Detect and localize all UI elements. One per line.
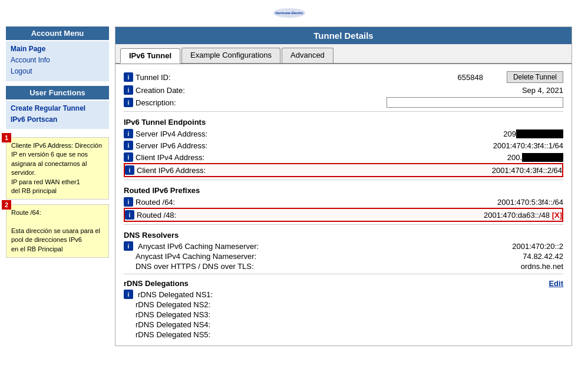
tunnel-id-row: i Tunnel ID: 655848 Delete Tunnel <box>124 70 563 84</box>
server-ipv4-row: i Server IPv4 Address: 209 <box>124 128 563 139</box>
client-ipv4-row: i Client IPv4 Address: 200. <box>124 151 563 163</box>
logout-link[interactable]: Logout <box>11 66 104 77</box>
annotation-2-number: 2 <box>2 200 11 210</box>
client-ipv6-value: 2001:470:4:3f4::2/64 <box>492 166 562 175</box>
server-ipv6-value: 2001:470:4:3f4::1/64 <box>493 141 563 150</box>
rdns-ns3-label: rDNS Delegated NS3: <box>124 310 253 319</box>
description-row: i Description: <box>124 96 563 109</box>
creation-date-row: i Creation Date: Sep 4, 2021 <box>124 84 563 96</box>
annotation-2: 2 Route /64: Esta dirección se usara par… <box>6 204 109 258</box>
server-ipv4-info-icon[interactable]: i <box>124 129 133 138</box>
ipv6-portscan-link[interactable]: IPv6 Portscan <box>11 114 104 125</box>
dns-https-row: DNS over HTTPS / DNS over TLS: ordns.he.… <box>124 261 563 271</box>
rdns-header-row: rDNS Delegations Edit <box>124 277 563 289</box>
site-logo: Hurricane Electric <box>272 4 307 22</box>
dns-https-label: DNS over HTTPS / DNS over TLS: <box>124 262 254 271</box>
tabs-row: IPv6 Tunnel Example Configurations Advan… <box>115 44 572 64</box>
routed-48-label: Routed /48: <box>137 211 255 220</box>
anycast-ipv6-info-icon[interactable]: i <box>124 241 133 251</box>
server-ipv6-label: Server IPv6 Address: <box>136 141 253 150</box>
logo-area: Hurricane Electric <box>0 0 578 26</box>
rdns-ns1-info-icon[interactable]: i <box>124 290 133 299</box>
tunnel-details-header: Tunnel Details <box>115 27 572 44</box>
tunnel-id-value: 655848 <box>458 73 483 82</box>
dns-resolvers-section-title: DNS Resolvers <box>124 227 563 241</box>
annotation-1-text: Cliente IPv6 Address: Dirección IP en ve… <box>11 142 102 194</box>
create-tunnel-link[interactable]: Create Regular Tunnel <box>11 103 104 114</box>
anycast-ipv6-row: i Anycast IPv6 Caching Nameserver: 2001:… <box>124 241 563 251</box>
description-input[interactable] <box>387 97 563 108</box>
tunnel-id-label: Tunnel ID: <box>136 73 253 82</box>
rdns-section-title: rDNS Delegations <box>124 279 189 288</box>
description-info-icon[interactable]: i <box>124 98 133 107</box>
routed-48-row: i Routed /48: 2001:470:da63::/48 [X] <box>124 208 563 222</box>
client-ipv6-label: Client IPv6 Address: <box>137 166 255 175</box>
routed-64-info-icon[interactable]: i <box>124 197 133 207</box>
anycast-ipv4-value: 74.82.42.42 <box>523 252 563 261</box>
ipv6-endpoints-section-title: IPv6 Tunnel Endpoints <box>124 114 563 128</box>
server-ipv4-label: Server IPv4 Address: <box>136 129 253 138</box>
delete-tunnel-button[interactable]: Delete Tunnel <box>507 71 563 83</box>
rdns-ns1-row: i rDNS Delegated NS1: <box>124 289 563 300</box>
rdns-ns2-row: rDNS Delegated NS2: <box>124 300 563 310</box>
main-page-link[interactable]: Main Page <box>11 44 104 55</box>
anycast-ipv4-row: Anycast IPv4 Caching Nameserver: 74.82.4… <box>124 251 563 261</box>
client-ipv6-info-icon[interactable]: i <box>125 165 134 175</box>
routed-48-info-icon[interactable]: i <box>125 210 134 220</box>
creation-date-label: Creation Date: <box>136 86 253 95</box>
anycast-ipv6-label: Anycast IPv6 Caching Nameserver: <box>136 242 265 251</box>
svg-text:Hurricane Electric: Hurricane Electric <box>275 11 303 15</box>
tab-ipv6-tunnel[interactable]: IPv6 Tunnel <box>120 48 180 64</box>
tab-example-configurations[interactable]: Example Configurations <box>181 48 280 63</box>
rdns-ns4-row: rDNS Delegated NS4: <box>124 320 563 330</box>
rdns-ns4-label: rDNS Delegated NS4: <box>124 320 253 329</box>
server-ipv6-info-icon[interactable]: i <box>124 141 133 150</box>
annotation-1: 1 Cliente IPv6 Address: Dirección IP en … <box>6 137 109 200</box>
annotation-2-text: Route /64: Esta dirección se usara para … <box>11 209 100 253</box>
client-ipv6-row: i Client IPv6 Address: 2001:470:4:3f4::2… <box>124 163 563 177</box>
routed-64-row: i Routed /64: 2001:470:5:3f4::/64 <box>124 196 563 208</box>
routed-64-label: Routed /64: <box>136 198 253 207</box>
user-functions-body: Create Regular Tunnel IPv6 Portscan <box>6 101 109 129</box>
tab-advanced[interactable]: Advanced <box>282 48 333 63</box>
client-ipv4-info-icon[interactable]: i <box>124 152 133 162</box>
description-label: Description: <box>136 98 253 107</box>
anycast-ipv6-value: 2001:470:20::2 <box>512 242 563 251</box>
main-layout: Account Menu Main Page Account Info Logo… <box>0 26 578 352</box>
rdns-ns5-label: rDNS Delegated NS5: <box>124 330 253 339</box>
content-area: i Tunnel ID: 655848 Delete Tunnel i Crea… <box>115 64 572 346</box>
rdns-ns2-label: rDNS Delegated NS2: <box>124 300 253 309</box>
dns-https-value: ordns.he.net <box>521 262 563 271</box>
rdns-ns3-row: rDNS Delegated NS3: <box>124 310 563 320</box>
anycast-ipv4-label: Anycast IPv4 Caching Nameserver: <box>124 252 256 261</box>
server-ipv4-value: 209 <box>503 129 563 138</box>
creation-date-value: Sep 4, 2021 <box>522 86 563 95</box>
user-functions-header: User Functions <box>6 86 109 99</box>
creation-date-info-icon[interactable]: i <box>124 85 133 95</box>
routed-48-value: 2001:470:da63::/48 [X] <box>484 211 562 220</box>
routed-ipv6-section-title: Routed IPv6 Prefixes <box>124 182 563 196</box>
account-menu-header: Account Menu <box>6 26 109 40</box>
main-content: Tunnel Details IPv6 Tunnel Example Confi… <box>115 26 572 346</box>
server-ipv6-row: i Server IPv6 Address: 2001:470:4:3f4::1… <box>124 139 563 151</box>
account-info-link[interactable]: Account Info <box>11 55 104 66</box>
rdns-ns1-label: rDNS Delegated NS1: <box>136 290 265 299</box>
rdns-edit-link[interactable]: Edit <box>549 279 563 288</box>
annotations-area: 1 Cliente IPv6 Address: Dirección IP en … <box>6 137 109 258</box>
account-menu-body: Main Page Account Info Logout <box>6 41 109 81</box>
routed-64-value: 2001:470:5:3f4::/64 <box>497 198 563 207</box>
client-ipv4-value: 200. <box>507 153 563 162</box>
client-ipv4-label: Client IPv4 Address: <box>136 153 253 162</box>
rdns-ns5-row: rDNS Delegated NS5: <box>124 330 563 340</box>
tunnel-id-info-icon[interactable]: i <box>124 72 133 82</box>
sidebar: Account Menu Main Page Account Info Logo… <box>6 26 109 346</box>
annotation-1-number: 1 <box>2 133 11 142</box>
routed-48-x-link[interactable]: [X] <box>552 211 562 220</box>
